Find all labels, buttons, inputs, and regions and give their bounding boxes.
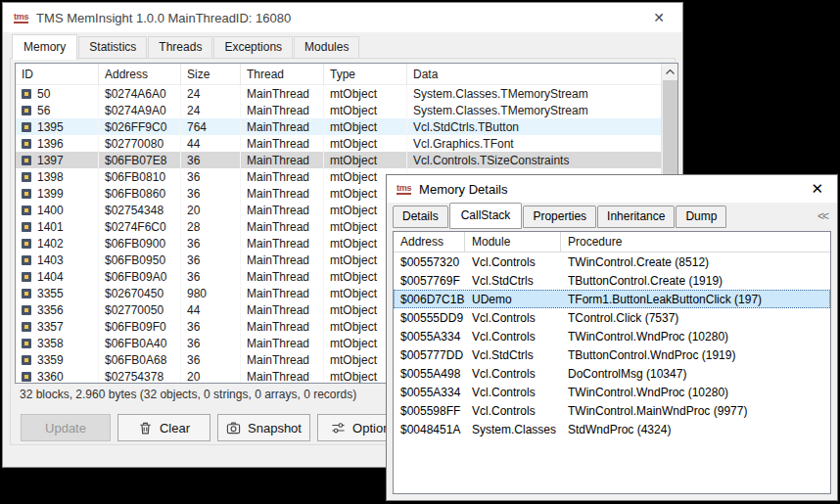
window-title: TMS MemInsight 1.0.0 MainThreadID: 16080 [36, 11, 291, 25]
cell-size: 36 [181, 268, 241, 285]
cell-thread: MainThread [241, 202, 324, 218]
id-value: 3355 [37, 287, 64, 300]
column-header-data[interactable]: Data [407, 64, 661, 84]
id-value: 1403 [37, 253, 64, 267]
cell-procedure: TButtonControl.Create (1919) [561, 274, 830, 288]
cell-address: $0274A9A0 [99, 102, 181, 118]
cell-address: $0055A334 [394, 386, 465, 399]
tab-exceptions[interactable]: Exceptions [213, 36, 293, 59]
callstack-row[interactable]: $005777DDVcl.StdCtrlsTButtonControl.WndP… [394, 345, 830, 364]
id-value: 3356 [37, 303, 64, 317]
id-value: 3357 [37, 320, 64, 334]
memory-table-header: IDAddressSizeThreadTypeData [16, 64, 661, 85]
cell-thread: MainThread [241, 185, 324, 202]
cell-procedure: TWinControl.Create (8512) [561, 255, 830, 269]
cell-address: $06FB09F0 [99, 318, 181, 335]
cell-size: 980 [181, 285, 241, 301]
close-icon[interactable]: ✕ [641, 10, 677, 25]
memory-block-icon [22, 172, 31, 182]
column-header-id[interactable]: ID [16, 64, 99, 84]
id-value: 1404 [37, 270, 64, 284]
cell-size: 20 [181, 368, 241, 383]
cell-address: $06FB09A0 [99, 268, 181, 285]
callstack-row[interactable]: $00557320Vcl.ControlsTWinControl.Create … [394, 252, 830, 271]
cell-id: 1396 [16, 135, 99, 152]
tab-dump[interactable]: Dump [676, 206, 726, 228]
id-value: 3360 [37, 370, 64, 384]
table-row[interactable]: 1397$06FB07E836MainThreadmtObjectVcl.Con… [16, 152, 661, 168]
cell-thread: MainThread [241, 285, 324, 301]
id-value: 1397 [37, 154, 64, 167]
tab-modules[interactable]: Modules [294, 36, 359, 59]
cell-procedure: StdWndProc (4324) [561, 423, 830, 436]
cell-data: System.Classes.TMemoryStream [407, 102, 661, 118]
button-row: UpdateClearSnapshotOptions [21, 414, 410, 441]
cell-procedure: DoControlMsg (10347) [561, 367, 830, 381]
memory-block-icon [22, 206, 31, 215]
cell-data: Vcl.StdCtrls.TButton [407, 118, 661, 135]
callstack-column-header-module[interactable]: Module [465, 232, 561, 252]
tms-dialog-icon: tms [397, 184, 411, 195]
callstack-row[interactable]: $0048451ASystem.ClassesStdWndProc (4324) [394, 420, 830, 438]
column-header-thread[interactable]: Thread [241, 64, 324, 84]
memory-block-icon [22, 289, 31, 298]
tab-statistics[interactable]: Statistics [78, 36, 147, 59]
memory-block-icon [22, 89, 31, 99]
cell-address: $005598FF [394, 404, 465, 418]
cell-module: Vcl.StdCtrls [465, 274, 561, 288]
cell-id: 3359 [16, 351, 99, 368]
cell-data: Vcl.Graphics.TFont [407, 135, 661, 152]
cell-size: 36 [181, 185, 241, 202]
table-row[interactable]: 1396$0277008044MainThreadmtObjectVcl.Gra… [16, 135, 661, 152]
cell-id: 1401 [16, 218, 99, 235]
callstack-column-header-procedure[interactable]: Procedure [561, 232, 830, 252]
clear-button[interactable]: Clear [117, 414, 210, 441]
callstack-row[interactable]: $006D7C1BUDemoTForm1.ButtonLeakButtonCli… [394, 290, 830, 308]
cell-module: UDemo [465, 293, 561, 306]
collapse-button[interactable]: << [817, 209, 827, 228]
cell-size: 24 [181, 102, 241, 118]
callstack-row[interactable]: $0057769FVcl.StdCtrlsTButtonControl.Crea… [394, 271, 830, 290]
cell-procedure: TWinControl.WndProc (10280) [561, 330, 830, 344]
cell-module: Vcl.Controls [465, 367, 561, 381]
cell-thread: MainThread [241, 335, 324, 351]
cell-thread: MainThread [241, 218, 324, 235]
camera-icon [226, 421, 241, 435]
cell-id: 1400 [16, 202, 99, 218]
column-header-size[interactable]: Size [181, 64, 241, 84]
table-row[interactable]: 56$0274A9A024MainThreadmtObjectSystem.Cl… [16, 102, 661, 118]
cell-size: 44 [181, 301, 241, 318]
tab-properties[interactable]: Properties [523, 206, 596, 228]
tab-details[interactable]: Details [393, 206, 448, 228]
dialog-title: Memory Details [419, 182, 507, 197]
main-tab-strip: MemoryStatisticsThreadsExceptionsModules [3, 32, 682, 59]
memory-block-icon [22, 322, 31, 332]
cell-address: $02670450 [99, 285, 181, 301]
cell-thread: MainThread [241, 268, 324, 285]
callstack-row[interactable]: $005598FFVcl.ControlsTWinControl.MainWnd… [394, 401, 830, 420]
table-row[interactable]: 1395$026FF9C0764MainThreadmtObjectVcl.St… [16, 118, 661, 135]
cell-address: $02754378 [99, 368, 181, 383]
callstack-row[interactable]: $0055A334Vcl.ControlsTWinControl.WndProc… [394, 383, 830, 401]
update-button[interactable]: Update [21, 414, 111, 441]
tab-threads[interactable]: Threads [148, 36, 212, 59]
snapshot-button[interactable]: Snapshot [217, 414, 310, 441]
dialog-close-icon[interactable]: ✕ [803, 180, 831, 198]
callstack-row[interactable]: $0055A498Vcl.ControlsDoControlMsg (10347… [394, 364, 830, 383]
cell-size: 36 [181, 351, 241, 368]
column-header-type[interactable]: Type [324, 64, 407, 84]
callstack-row[interactable]: $00555DD9Vcl.ControlsTControl.Click (753… [394, 308, 830, 327]
tab-inheritance[interactable]: Inheritance [597, 206, 675, 228]
callstack-column-header-address[interactable]: Address [394, 232, 465, 252]
cell-id: 3355 [16, 285, 99, 301]
tab-callstack[interactable]: CallStack [449, 203, 523, 229]
memory-block-icon [22, 272, 31, 282]
callstack-row[interactable]: $0055A334Vcl.ControlsTWinControl.WndProc… [394, 327, 830, 345]
id-value: 3359 [37, 353, 64, 367]
column-header-address[interactable]: Address [99, 64, 181, 84]
scroll-up-button[interactable] [662, 64, 677, 80]
table-row[interactable]: 50$0274A6A024MainThreadmtObjectSystem.Cl… [16, 85, 661, 102]
tab-memory[interactable]: Memory [12, 34, 77, 60]
cell-module: System.Classes [465, 423, 561, 436]
memory-block-icon [22, 239, 31, 249]
